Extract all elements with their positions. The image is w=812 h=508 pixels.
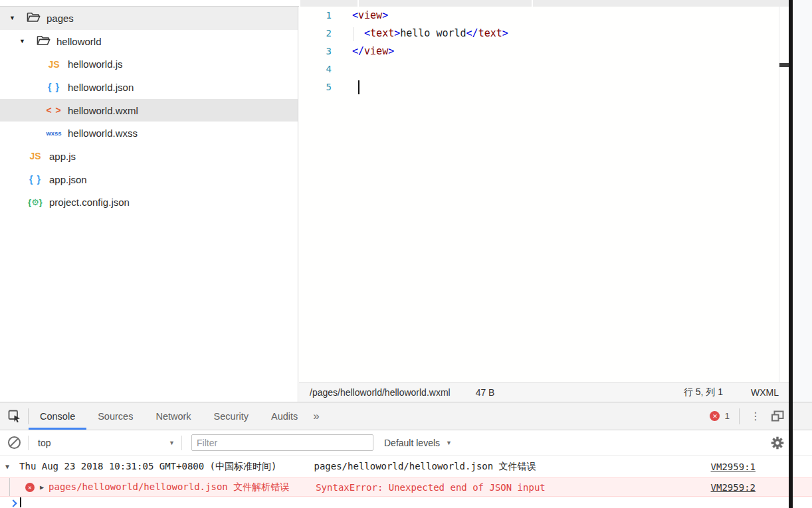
- error-count: 1: [724, 411, 730, 421]
- console-prompt[interactable]: [0, 497, 812, 508]
- file-tree-sidebar: ▼ pages ▼ helloworld JS helloworld.js { …: [0, 7, 298, 402]
- expand-arrow-icon[interactable]: ▼: [19, 38, 27, 44]
- tab-security[interactable]: Security: [203, 402, 260, 430]
- tree-folder-helloworld[interactable]: ▼ helloworld: [0, 30, 298, 53]
- devtools-tab-bar: Console Sources Network Security Audits …: [0, 402, 812, 430]
- error-icon: ✕: [25, 483, 35, 492]
- file-name: helloworld.wxml: [68, 105, 138, 116]
- tree-file-app-js[interactable]: JS app.js: [0, 145, 298, 168]
- code-line-2: <text>hello world</text>: [352, 25, 508, 42]
- code-line-1: <view>: [352, 7, 388, 25]
- tree-file-helloworld-wxml[interactable]: < > helloworld.wxml: [0, 99, 298, 122]
- log-timestamp: Thu Aug 23 2018 10:31:05 GMT+0800 (中国标准时…: [19, 461, 276, 473]
- json-file-icon: { }: [44, 82, 64, 92]
- dock-side-icon[interactable]: [771, 410, 784, 422]
- group-indent-guide: [9, 478, 10, 496]
- folder-icon: [37, 35, 51, 48]
- file-name: app.json: [49, 174, 87, 185]
- code-line-3: </view>: [352, 42, 394, 60]
- line-number: 1: [299, 7, 332, 25]
- cursor-position: 行 5, 列 1: [684, 386, 723, 398]
- config-file-icon: {⚙}: [25, 197, 45, 207]
- window-splitter[interactable]: [789, 0, 793, 508]
- clear-console-icon[interactable]: [8, 436, 21, 449]
- inspect-element-icon[interactable]: [8, 410, 21, 423]
- tree-file-project-config[interactable]: {⚙} project.config.json: [0, 191, 298, 214]
- chevron-down-icon: ▼: [446, 440, 452, 446]
- console-toolbar: top ▼ Default levels ▼: [0, 430, 812, 456]
- more-tabs-icon[interactable]: »: [313, 410, 319, 423]
- js-file-icon: JS: [44, 59, 64, 70]
- line-number: 5: [299, 78, 332, 96]
- line-number: 4: [299, 60, 332, 78]
- tree-file-helloworld-json[interactable]: { } helloworld.json: [0, 76, 298, 99]
- file-path: /pages/helloworld/helloworld.wxml: [310, 387, 451, 398]
- line-number: 2: [299, 25, 332, 42]
- file-name: helloworld.js: [68, 58, 123, 70]
- code-editor[interactable]: 1 <view> 2 <text>hello world</text> 3 </…: [299, 7, 789, 382]
- tree-file-helloworld-wxss[interactable]: wxss helloworld.wxss: [0, 122, 298, 145]
- folder-icon: [27, 12, 41, 25]
- execution-context-select[interactable]: top ▼: [38, 438, 175, 448]
- error-detail: SyntaxError: Unexpected end of JSON inpu…: [316, 482, 546, 493]
- editor-tab-strip-fill: [299, 0, 789, 7]
- editor-tab-strip: [0, 0, 812, 7]
- kebab-menu-icon[interactable]: ⋮: [750, 410, 761, 422]
- folder-name: pages: [47, 13, 74, 24]
- prompt-chevron-icon: [9, 499, 17, 507]
- tab-network[interactable]: Network: [144, 402, 202, 430]
- tab-sources[interactable]: Sources: [86, 402, 144, 430]
- editor-status-bar: /pages/helloworld/helloworld.wxml 47 B 行…: [299, 382, 789, 402]
- text-cursor: [358, 80, 359, 94]
- tree-file-helloworld-js[interactable]: JS helloworld.js: [0, 52, 298, 76]
- divider: [181, 436, 182, 450]
- divider: [28, 436, 29, 450]
- line-number: 3: [299, 42, 332, 60]
- tree-file-app-json[interactable]: { } app.json: [0, 168, 298, 191]
- tab-separator: [532, 0, 533, 7]
- indent-guide: [353, 27, 354, 41]
- right-edge-strip: [793, 0, 812, 402]
- tab-separator: [357, 0, 359, 7]
- file-name: app.js: [49, 151, 76, 162]
- wxml-file-icon: < >: [44, 105, 64, 116]
- tree-folder-pages[interactable]: ▼ pages: [0, 7, 298, 30]
- file-name: project.config.json: [49, 197, 130, 208]
- expand-arrow-icon[interactable]: ▼: [9, 15, 17, 21]
- tab-console[interactable]: Console: [29, 402, 86, 430]
- source-link[interactable]: VM2959:2: [711, 482, 756, 493]
- language-mode[interactable]: WXML: [751, 387, 779, 398]
- file-name: helloworld.json: [68, 82, 134, 93]
- settings-gear-icon[interactable]: [771, 436, 784, 450]
- tab-separator: [299, 0, 300, 7]
- log-levels-select[interactable]: Default levels ▼: [384, 438, 452, 448]
- file-name: helloworld.wxss: [68, 127, 138, 139]
- log-text: pages/helloworld/helloworld.json 文件错误: [314, 461, 536, 473]
- tab-audits[interactable]: Audits: [260, 402, 309, 430]
- folder-name: helloworld: [56, 36, 102, 47]
- prompt-cursor: [20, 497, 21, 507]
- devtools-panel: Console Sources Network Security Audits …: [0, 402, 812, 508]
- scrollbar-thumb[interactable]: [779, 63, 789, 67]
- filter-input[interactable]: [191, 434, 373, 451]
- chevron-down-icon: ▼: [169, 440, 175, 446]
- console-message-error: ✕ ▶ pages/helloworld/helloworld.json 文件解…: [0, 477, 812, 497]
- expand-triangle-icon[interactable]: ▶: [40, 483, 44, 491]
- wxss-file-icon: wxss: [44, 129, 64, 137]
- error-badge-icon[interactable]: ✕: [710, 411, 720, 421]
- file-size: 47 B: [476, 387, 495, 398]
- js-file-icon: JS: [25, 151, 45, 161]
- source-link[interactable]: VM2959:1: [711, 462, 756, 472]
- error-text: pages/helloworld/helloworld.json 文件解析错误: [49, 481, 289, 493]
- divider: [739, 408, 740, 424]
- collapse-triangle-icon[interactable]: ▼: [5, 463, 9, 470]
- wechat-devtools-window: ▼ pages ▼ helloworld JS helloworld.js { …: [0, 0, 812, 508]
- console-message-log: ▼ Thu Aug 23 2018 10:31:05 GMT+0800 (中国标…: [0, 456, 812, 477]
- json-file-icon: { }: [25, 174, 45, 185]
